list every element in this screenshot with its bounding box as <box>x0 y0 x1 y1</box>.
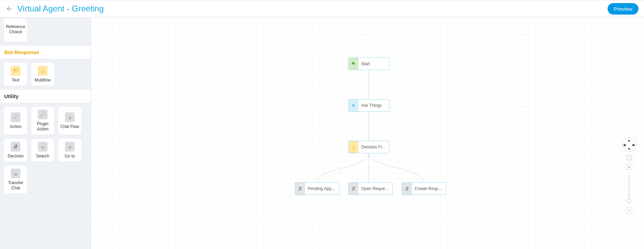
back-icon[interactable] <box>6 5 13 12</box>
palette-item-action[interactable]: ☄ Action <box>4 107 27 135</box>
search-icon: ⌕ <box>349 141 358 153</box>
flow-node-start[interactable]: ⚑ Start <box>348 58 389 70</box>
zoom-slider[interactable] <box>628 174 630 203</box>
palette-item-transfer-chat[interactable]: ⌕ Transfer Chat <box>4 166 27 194</box>
palette-item-decision[interactable]: ⇵ Decision <box>4 139 27 162</box>
palette-item-go-to[interactable]: ⌕ Go to <box>58 139 81 162</box>
zoom-in-button[interactable]: + <box>626 164 632 170</box>
branch-icon: ⇵ <box>11 142 20 152</box>
branch-icon: ⇵ <box>349 183 358 195</box>
palette-item-chat-flow[interactable]: ⌕ Chat Flow <box>58 107 81 135</box>
search-icon: ⌕ <box>11 169 20 178</box>
search-icon: ⌕ <box>65 112 75 122</box>
node-label: Create Response Fl… <box>412 186 446 191</box>
palette-label: Decision <box>8 154 24 159</box>
search-icon: ⌕ <box>38 142 48 152</box>
header-left: Virtual Agent - Greeting <box>6 4 104 14</box>
node-label: Ask Things <box>358 103 389 108</box>
page-title: Virtual Agent - Greeting <box>17 4 104 14</box>
section-header-bot-response: Bot Response <box>0 46 91 59</box>
palette-label: Plugin Action <box>33 121 53 132</box>
plugin-icon: ☄ <box>38 110 48 119</box>
preview-button[interactable]: Preview <box>608 3 638 15</box>
flow-node-open-request-flow[interactable]: ⇵ Open Request Flow <box>348 182 393 195</box>
app-header: Virtual Agent - Greeting Preview <box>0 0 644 17</box>
zoom-out-button[interactable]: − <box>626 207 632 214</box>
flow-canvas[interactable]: ⚑ Start ≡ Ask Things ⌕ Decision Flow ⇵ P… <box>91 17 644 249</box>
action-icon: ☄ <box>11 112 20 122</box>
node-label: Open Request Flow <box>358 186 392 191</box>
flow-node-create-response-flow[interactable]: ⇵ Create Response Fl… <box>402 182 446 195</box>
palette-bot-response: TT Text ⌕ Multiflow <box>0 59 91 90</box>
palette-label: Action <box>10 124 21 129</box>
palette-label: Go to <box>65 154 75 159</box>
node-label: Pending Approval <box>305 186 339 191</box>
palette-item-text[interactable]: TT Text <box>4 63 27 86</box>
palette-item-search[interactable]: ⌕ Search <box>31 139 54 162</box>
branch-icon: ⇵ <box>402 183 412 195</box>
pan-compass[interactable]: ▲ ▼ ◀ ▶ <box>622 137 636 152</box>
palette-item-plugin-action[interactable]: ☄ Plugin Action <box>31 107 54 135</box>
palette-top: Reference Choice <box>0 17 91 46</box>
fit-to-screen-button[interactable]: ⛶ <box>626 155 632 161</box>
search-icon: ⌕ <box>38 66 48 76</box>
search-icon: ⌕ <box>65 142 75 152</box>
node-palette: Reference Choice Bot Response TT Text ⌕ … <box>0 17 91 249</box>
flow-node-pending-approval[interactable]: ⇵ Pending Approval <box>295 182 339 195</box>
node-label: Decision Flow <box>358 145 389 149</box>
flow-node-ask-things[interactable]: ≡ Ask Things <box>348 99 389 112</box>
text-icon: TT <box>11 66 20 76</box>
flag-icon: ⚑ <box>349 58 358 70</box>
chevron-left-icon: ◀ <box>623 143 626 147</box>
branch-icon: ⇵ <box>295 183 305 195</box>
chevron-up-icon: ▲ <box>627 138 631 142</box>
chevron-down-icon: ▼ <box>627 147 631 151</box>
palette-utility: ☄ Action ☄ Plugin Action ⌕ Chat Flow ⇵ D… <box>0 103 91 198</box>
palette-label: Chat Flow <box>60 124 79 129</box>
flow-node-decision-flow[interactable]: ⌕ Decision Flow <box>348 141 389 153</box>
palette-label: Reference Choice <box>6 24 26 35</box>
flow-edges <box>91 17 644 249</box>
section-header-utility: Utility <box>0 90 91 103</box>
canvas-nav-controls: ▲ ▼ ◀ ▶ ⛶ + − <box>622 137 636 214</box>
palette-label: Search <box>36 154 49 159</box>
palette-label: Transfer Chat <box>6 180 26 191</box>
node-label: Start <box>358 61 389 66</box>
main-layout: Reference Choice Bot Response TT Text ⌕ … <box>0 17 644 249</box>
palette-item-multiflow[interactable]: ⌕ Multiflow <box>31 63 54 86</box>
palette-item-reference-choice[interactable]: Reference Choice <box>4 19 27 42</box>
palette-label: Text <box>12 78 19 83</box>
list-icon: ≡ <box>349 100 358 111</box>
zoom-thumb[interactable] <box>627 200 632 203</box>
chevron-right-icon: ▶ <box>633 143 635 147</box>
palette-label: Multiflow <box>35 78 51 83</box>
